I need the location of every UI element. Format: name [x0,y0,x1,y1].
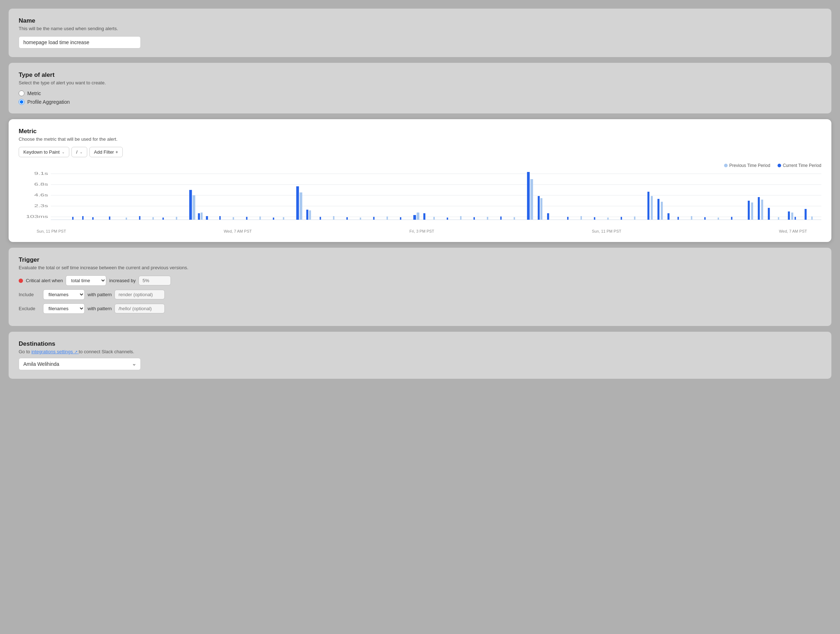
svg-rect-20 [547,213,549,220]
type-title: Type of alert [19,71,821,79]
metric-section: Metric Choose the metric that will be us… [9,119,831,242]
x-label-4: Wed, 7 AM PST [779,229,807,233]
critical-dot [19,278,23,283]
svg-rect-63 [433,217,435,220]
profile-aggregation-option[interactable]: Profile Aggregation [19,99,821,105]
svg-rect-58 [346,217,348,220]
svg-rect-13 [206,216,208,220]
type-subtitle: Select the type of alert you want to cre… [19,80,821,85]
metric-filter-row: Keydown to Paint ⌄ / ⌄ Add Filter + [19,147,821,157]
keydown-to-paint-label: Keydown to Paint [23,149,60,155]
exclude-with-pattern-label: with pattern [88,306,112,311]
percent-input[interactable] [139,276,171,285]
svg-rect-33 [417,212,419,220]
svg-rect-12 [198,213,200,220]
svg-rect-44 [109,217,111,220]
alert-name-input[interactable] [19,36,141,49]
x-label-1: Wed, 7 AM PST [224,229,252,233]
profile-aggregation-radio[interactable] [19,99,24,105]
exclude-select[interactable]: filenames [43,304,85,314]
exclude-pattern-input[interactable] [115,304,165,313]
svg-rect-51 [233,217,234,220]
svg-rect-11 [189,190,192,220]
svg-rect-76 [677,217,679,220]
svg-rect-72 [594,217,595,220]
svg-rect-71 [581,216,582,220]
svg-rect-48 [163,218,164,220]
svg-rect-21 [647,192,650,220]
x-label-2: Fri, 3 PM PST [409,229,434,233]
metric-option[interactable]: Metric [19,90,821,96]
integrations-settings-link[interactable]: integrations settings ↗ [31,349,79,354]
destinations-title: Destinations [19,340,821,348]
type-section: Type of alert Select the type of alert y… [9,63,831,114]
svg-rect-52 [246,217,248,220]
critical-label: Critical alert when [26,278,63,283]
svg-rect-41 [72,217,74,220]
svg-rect-40 [791,212,793,220]
svg-rect-42 [82,216,84,220]
svg-rect-18 [527,172,529,220]
add-filter-label: Add Filter [94,149,114,155]
svg-rect-70 [567,217,568,220]
svg-rect-57 [333,216,335,220]
external-link-icon: ↗ [74,350,77,354]
x-axis-labels: Sun, 11 PM PST Wed, 7 AM PST Fri, 3 PM P… [19,228,821,233]
svg-rect-38 [751,202,753,220]
svg-rect-49 [176,217,177,220]
svg-rect-61 [387,217,388,220]
slash-dropdown[interactable]: / ⌄ [71,147,87,157]
previous-dot [724,164,728,167]
current-period-label: Current Time Period [783,163,821,168]
svg-rect-22 [657,199,660,220]
exclude-row: Exclude filenames with pattern [19,304,821,314]
svg-rect-16 [413,215,416,220]
svg-rect-59 [360,218,361,220]
trigger-title: Trigger [19,256,821,264]
destinations-select[interactable]: Amila Welihinda [19,358,141,370]
slash-label: / [76,149,77,155]
svg-rect-56 [320,217,321,220]
trigger-section: Trigger Evaluate the total or self time … [9,248,831,326]
include-select[interactable]: filenames [43,289,85,300]
svg-rect-60 [373,217,375,220]
keydown-to-paint-dropdown[interactable]: Keydown to Paint ⌄ [19,147,69,157]
add-filter-button[interactable]: Add Filter + [89,147,123,157]
metric-title: Metric [19,128,821,135]
metric-subtitle: Choose the metric that will be used for … [19,136,821,142]
svg-rect-55 [283,217,284,220]
include-with-pattern-label: with pattern [88,292,112,297]
svg-rect-46 [139,216,141,220]
include-label: Include [19,292,40,297]
metric-radio[interactable] [19,90,24,96]
svg-rect-26 [768,208,770,220]
name-section: Name This will be the name used when sen… [9,9,831,57]
svg-rect-67 [487,217,488,220]
plus-icon: + [115,149,118,155]
svg-text:2.3s: 2.3s [34,204,48,208]
svg-rect-77 [691,216,692,220]
include-row: Include filenames with pattern [19,289,821,300]
svg-rect-47 [153,217,154,220]
x-label-0: Sun, 11 PM PST [36,229,66,233]
current-dot [778,164,781,167]
svg-rect-65 [460,216,462,220]
svg-rect-34 [530,179,533,220]
critical-alert-row: Critical alert when total time increased… [19,275,821,286]
previous-period-label: Previous Time Period [729,163,771,168]
svg-rect-31 [300,193,302,220]
svg-text:9.1s: 9.1s [34,171,48,175]
chevron-down-icon: ⌄ [62,150,65,154]
svg-rect-80 [731,217,732,220]
total-time-select[interactable]: total time [66,275,106,286]
svg-rect-24 [748,201,750,220]
destinations-section: Destinations Go to integrations settings… [9,332,831,379]
svg-rect-54 [273,218,274,220]
increased-by-label: increased by [109,278,136,283]
svg-rect-78 [704,217,706,220]
include-pattern-input[interactable] [115,290,165,299]
svg-rect-32 [309,210,311,220]
svg-rect-66 [474,217,475,220]
svg-rect-62 [400,217,401,220]
svg-rect-36 [651,196,653,220]
